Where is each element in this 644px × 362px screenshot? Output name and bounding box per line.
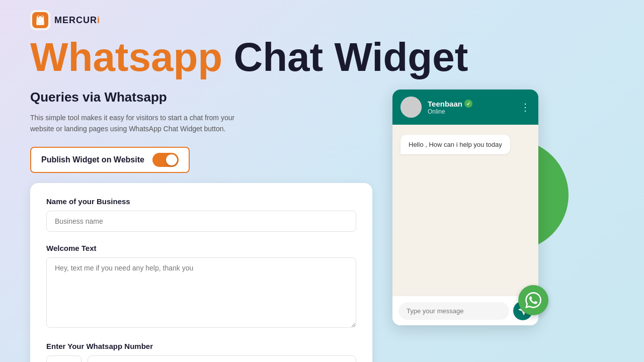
chat-menu-icon[interactable]: ⋮: [520, 101, 530, 113]
toggle-track: [152, 153, 179, 167]
welcome-text-group: Welcome Text: [46, 244, 356, 330]
phone-number-input[interactable]: [88, 355, 356, 362]
message-input[interactable]: [398, 302, 509, 320]
country-code-input[interactable]: [46, 355, 82, 362]
header: M MERCURi: [30, 10, 614, 30]
page-wrapper: M MERCURi Whatsapp Chat Widget Queries v…: [0, 0, 644, 362]
form-card: Name of your Business Welcome Text Enter…: [30, 183, 372, 362]
business-name-group: Name of your Business: [46, 197, 356, 232]
hero-title-orange: Whatsapp: [30, 35, 222, 79]
chat-avatar: [400, 97, 422, 118]
chat-greeting-bubble: Hello , How can i help you today: [400, 135, 510, 154]
publish-row: Publish Widget on Website: [30, 147, 372, 173]
chat-body: Hello , How can i help you today: [392, 125, 538, 296]
chat-header: Teenbaan ✓ Online ⋮: [392, 89, 538, 125]
hero-title-black: Chat Widget: [233, 35, 468, 79]
left-panel: Queries via Whatsapp This simple tool ma…: [30, 89, 372, 362]
main-content: Queries via Whatsapp This simple tool ma…: [30, 89, 614, 362]
publish-label: Publish Widget on Website: [41, 155, 144, 164]
section-title: Queries via Whatsapp: [30, 89, 372, 105]
publish-toggle[interactable]: [152, 153, 179, 167]
welcome-text-label: Welcome Text: [46, 244, 356, 252]
logo-icon: M: [30, 10, 50, 30]
welcome-text-input[interactable]: [46, 257, 356, 328]
whatsapp-number-label: Enter Your Whatsapp Number: [46, 342, 356, 350]
chat-footer: [392, 296, 538, 325]
chat-header-info: Teenbaan ✓ Online: [428, 100, 514, 115]
whatsapp-float-button[interactable]: [518, 285, 548, 315]
section-description: This simple tool makes it easy for visit…: [30, 112, 252, 135]
whatsapp-icon: [525, 292, 541, 308]
whatsapp-number-group: Enter Your Whatsapp Number: [46, 342, 356, 362]
business-name-input[interactable]: [46, 211, 356, 232]
phone-row: [46, 355, 356, 362]
logo-container: M MERCURi: [30, 10, 100, 30]
logo-text: MERCURi: [54, 15, 100, 26]
right-panel: Teenbaan ✓ Online ⋮ Hello , How can i he…: [392, 89, 553, 325]
chat-mockup: Teenbaan ✓ Online ⋮ Hello , How can i he…: [392, 89, 538, 325]
chat-status: Online: [428, 108, 514, 115]
business-name-label: Name of your Business: [46, 197, 356, 206]
publish-widget-button[interactable]: Publish Widget on Website: [30, 147, 190, 173]
verified-badge: ✓: [464, 100, 472, 108]
chat-contact-name: Teenbaan ✓: [428, 100, 514, 108]
hero-title: Whatsapp Chat Widget: [30, 35, 614, 79]
toggle-knob: [166, 154, 177, 165]
avatar-circle: [400, 97, 422, 118]
